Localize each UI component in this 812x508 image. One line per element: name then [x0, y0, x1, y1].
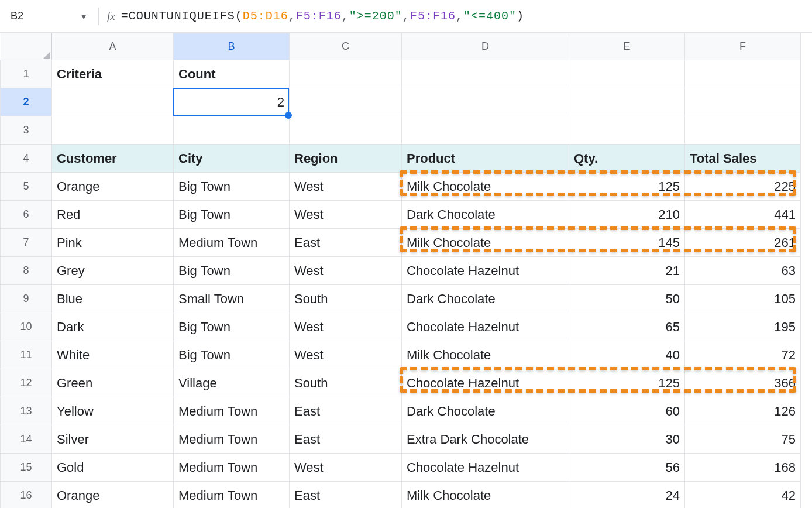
- cell[interactable]: West: [290, 173, 402, 201]
- cell[interactable]: Milk Chocolate: [402, 229, 569, 257]
- cell[interactable]: 195: [685, 313, 801, 341]
- cell[interactable]: 441: [685, 201, 801, 229]
- cell[interactable]: Village: [174, 369, 290, 397]
- cell[interactable]: Big Town: [174, 313, 290, 341]
- cell[interactable]: East: [290, 482, 402, 509]
- row-header-9[interactable]: 9: [1, 285, 52, 313]
- col-header-B[interactable]: B: [174, 33, 290, 60]
- cell[interactable]: [402, 116, 569, 145]
- cell[interactable]: Silver: [52, 425, 174, 454]
- cell[interactable]: 75: [685, 425, 801, 454]
- row-header-8[interactable]: 8: [1, 257, 52, 285]
- cell[interactable]: [52, 88, 174, 116]
- cell[interactable]: 126: [685, 397, 801, 425]
- cell[interactable]: Dark: [52, 313, 174, 341]
- name-box-dropdown-icon[interactable]: ▼: [80, 12, 88, 21]
- cell[interactable]: Yellow: [52, 397, 174, 425]
- cell-F4[interactable]: Total Sales: [685, 145, 801, 173]
- cell[interactable]: 168: [685, 454, 801, 482]
- cell[interactable]: White: [52, 341, 174, 369]
- cell[interactable]: Milk Chocolate: [402, 173, 569, 201]
- cell[interactable]: Big Town: [174, 173, 290, 201]
- cell[interactable]: Dark Chocolate: [402, 397, 569, 425]
- cell-C4[interactable]: Region: [290, 145, 402, 173]
- cell[interactable]: [52, 116, 174, 145]
- row-header-4[interactable]: 4: [1, 145, 52, 173]
- cell[interactable]: 366: [685, 369, 801, 397]
- name-box[interactable]: B2 ▼: [5, 6, 92, 27]
- cell-B2[interactable]: 2: [174, 88, 290, 116]
- cell[interactable]: [174, 116, 290, 145]
- cell[interactable]: Pink: [52, 229, 174, 257]
- cell[interactable]: 60: [569, 397, 685, 425]
- cell[interactable]: 145: [569, 229, 685, 257]
- cell[interactable]: West: [290, 341, 402, 369]
- col-header-C[interactable]: C: [290, 33, 402, 60]
- cell[interactable]: Dark Chocolate: [402, 201, 569, 229]
- grid[interactable]: A B C D E F 1 Criteria Count 2 2 34 Cust…: [0, 33, 801, 508]
- cell[interactable]: 56: [569, 454, 685, 482]
- cell[interactable]: South: [290, 369, 402, 397]
- col-header-E[interactable]: E: [569, 33, 685, 60]
- cell[interactable]: Chocolate Hazelnut: [402, 454, 569, 482]
- cell[interactable]: [569, 88, 685, 116]
- row-header-5[interactable]: 5: [1, 173, 52, 201]
- row-header-11[interactable]: 11: [1, 341, 52, 369]
- col-header-A[interactable]: A: [52, 33, 174, 60]
- cell[interactable]: Blue: [52, 285, 174, 313]
- cell[interactable]: Gold: [52, 454, 174, 482]
- cell[interactable]: [290, 88, 402, 116]
- cell[interactable]: 72: [685, 341, 801, 369]
- cell[interactable]: [685, 88, 801, 116]
- cell[interactable]: West: [290, 313, 402, 341]
- cell[interactable]: 21: [569, 257, 685, 285]
- cell[interactable]: [402, 88, 569, 116]
- cell[interactable]: [569, 60, 685, 88]
- cell[interactable]: 261: [685, 229, 801, 257]
- select-all-corner[interactable]: [1, 33, 52, 60]
- cell[interactable]: West: [290, 257, 402, 285]
- cell[interactable]: Milk Chocolate: [402, 482, 569, 509]
- cell[interactable]: East: [290, 229, 402, 257]
- cell[interactable]: 125: [569, 173, 685, 201]
- cell[interactable]: West: [290, 201, 402, 229]
- row-header-15[interactable]: 15: [1, 454, 52, 482]
- cell-E4[interactable]: Qty.: [569, 145, 685, 173]
- formula-bar[interactable]: = COUNTUNIQUEIFS ( D5:D16 , F5:F16 , ">=…: [121, 9, 812, 23]
- cell[interactable]: Dark Chocolate: [402, 285, 569, 313]
- row-header-12[interactable]: 12: [1, 369, 52, 397]
- cell[interactable]: 42: [685, 482, 801, 509]
- cell[interactable]: Red: [52, 201, 174, 229]
- col-header-D[interactable]: D: [402, 33, 569, 60]
- cell[interactable]: Small Town: [174, 285, 290, 313]
- col-header-F[interactable]: F: [685, 33, 801, 60]
- cell[interactable]: [290, 60, 402, 88]
- cell[interactable]: 63: [685, 257, 801, 285]
- cell[interactable]: [569, 116, 685, 145]
- row-header-1[interactable]: 1: [1, 60, 52, 88]
- cell[interactable]: 125: [569, 369, 685, 397]
- cell-A4[interactable]: Customer: [52, 145, 174, 173]
- cell[interactable]: Big Town: [174, 257, 290, 285]
- cell[interactable]: Medium Town: [174, 229, 290, 257]
- row-header-16[interactable]: 16: [1, 482, 52, 509]
- row-header-7[interactable]: 7: [1, 229, 52, 257]
- cell[interactable]: 225: [685, 173, 801, 201]
- cell[interactable]: Green: [52, 369, 174, 397]
- cell[interactable]: Big Town: [174, 341, 290, 369]
- row-header-14[interactable]: 14: [1, 425, 52, 454]
- cell[interactable]: 105: [685, 285, 801, 313]
- cell[interactable]: [685, 116, 801, 145]
- row-header-13[interactable]: 13: [1, 397, 52, 425]
- cell[interactable]: Milk Chocolate: [402, 341, 569, 369]
- cell[interactable]: Medium Town: [174, 454, 290, 482]
- cell[interactable]: [290, 116, 402, 145]
- cell[interactable]: Grey: [52, 257, 174, 285]
- row-header-3[interactable]: 3: [1, 116, 52, 145]
- cell[interactable]: Orange: [52, 482, 174, 509]
- row-header-10[interactable]: 10: [1, 313, 52, 341]
- cell[interactable]: [402, 60, 569, 88]
- cell[interactable]: 30: [569, 425, 685, 454]
- cell[interactable]: East: [290, 425, 402, 454]
- cell-A1[interactable]: Criteria: [52, 60, 174, 88]
